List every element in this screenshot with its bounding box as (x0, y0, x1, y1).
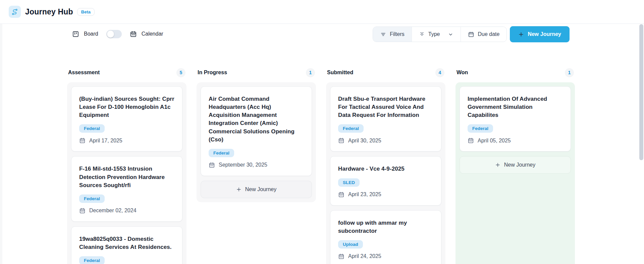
column-title: Assessment (68, 70, 100, 76)
board: Assessment5(Buy-indian) Sources Sought: … (67, 67, 575, 264)
card-title: Draft Sbu-e Transport Hardware For Tacti… (338, 95, 433, 119)
new-journey-button[interactable]: New Journey (510, 26, 570, 42)
journey-card[interactable]: follow up with ammar my subcontractorUpl… (330, 210, 441, 264)
board-icon (72, 31, 79, 38)
column-body: Draft Sbu-e Transport Hardware For Tacti… (326, 82, 445, 264)
journey-card[interactable]: (Buy-indian) Sources Sought: Cprr Lease … (71, 86, 182, 151)
column-header: In Progress1 (197, 67, 316, 78)
column-submitted: Submitted4Draft Sbu-e Transport Hardware… (326, 67, 445, 264)
calendar-icon (209, 162, 215, 168)
column-won: Won1Implementation Of Advanced Governmen… (455, 67, 575, 264)
filter-group: Filters Type (373, 27, 507, 42)
column-header: Submitted4 (326, 67, 445, 78)
card-due-date: September 30, 2025 (209, 162, 304, 168)
view-switch: Board Calendar (72, 28, 163, 40)
toolbar-actions: Filters Type (373, 26, 570, 42)
column-title: In Progress (198, 70, 227, 76)
view-toggle[interactable] (106, 30, 122, 38)
vertical-scrollbar[interactable] (639, 24, 643, 160)
card-date-text: April 17, 2025 (89, 138, 122, 144)
toolbar: Board Calendar Filters (0, 24, 644, 44)
card-type-badge: Federal (338, 124, 364, 133)
new-journey-placeholder-label: New Journey (504, 162, 535, 168)
page-title: Journey Hub (25, 7, 73, 16)
card-date-text: December 02, 2024 (89, 208, 137, 214)
card-type-badge: SLED (338, 178, 360, 187)
journey-card[interactable]: F-16 Mil-std-1553 Intrusion Detection Pr… (71, 156, 182, 221)
card-type-badge: Federal (468, 124, 493, 133)
card-title: 19wa8025q0033 - Domestic Cleaning Servic… (79, 235, 174, 251)
calendar-view-label[interactable]: Calendar (142, 31, 163, 37)
board-view-label[interactable]: Board (84, 31, 98, 37)
column-count-badge: 1 (306, 68, 315, 77)
card-title: follow up with ammar my subcontractor (338, 219, 433, 235)
calendar-icon (130, 31, 137, 38)
chevron-down-icon (448, 32, 453, 37)
calendar-icon (468, 137, 474, 144)
column-count-badge: 5 (176, 68, 185, 77)
column-title: Won (457, 70, 468, 76)
new-journey-placeholder[interactable]: New Journey (460, 156, 571, 174)
card-type-badge: Upload (338, 240, 363, 249)
card-due-date: April 17, 2025 (79, 137, 174, 144)
card-title: Hardware - Vce 4-9-2025 (338, 165, 433, 173)
filters-label: Filters (390, 31, 405, 37)
card-date-text: April 05, 2025 (478, 138, 511, 144)
journey-card[interactable]: Hardware - Vce 4-9-2025SLEDApril 23, 202… (330, 156, 441, 205)
column-body: Implementation Of Advanced Government Si… (455, 82, 575, 264)
calendar-icon (338, 191, 344, 198)
plus-icon (518, 32, 524, 37)
card-type-badge: Federal (79, 256, 105, 264)
type-filter-button[interactable]: Type (412, 27, 461, 42)
card-date-text: April 30, 2025 (348, 138, 381, 144)
card-due-date: December 02, 2024 (79, 208, 174, 214)
journey-card[interactable]: Implementation Of Advanced Government Si… (460, 86, 571, 151)
filter-lines-icon (380, 31, 386, 38)
column-count-badge: 1 (565, 68, 574, 77)
new-journey-placeholder[interactable]: New Journey (201, 181, 312, 198)
card-due-date: April 05, 2025 (468, 137, 563, 144)
card-due-date: April 30, 2025 (338, 137, 433, 144)
card-due-date: April 24, 2025 (338, 253, 433, 260)
double-chevron-down-icon (419, 31, 425, 37)
calendar-icon (468, 31, 474, 38)
calendar-icon (338, 253, 344, 260)
column-body: (Buy-indian) Sources Sought: Cprr Lease … (67, 82, 186, 264)
column-header: Assessment5 (67, 67, 186, 78)
calendar-icon (79, 208, 86, 214)
app-header: Journey Hub Beta (0, 0, 644, 24)
new-journey-button-label: New Journey (528, 31, 561, 37)
card-type-badge: Federal (209, 149, 234, 157)
card-title: Implementation Of Advanced Government Si… (468, 95, 563, 119)
due-date-label: Due date (478, 31, 499, 37)
column-assessment: Assessment5(Buy-indian) Sources Sought: … (67, 67, 186, 264)
column-body: Air Combat Command Headquarters (Acc Hq)… (197, 82, 316, 202)
calendar-icon (79, 137, 86, 144)
column-header: Won1 (455, 67, 575, 78)
card-date-text: April 24, 2025 (348, 253, 381, 259)
new-journey-placeholder-label: New Journey (245, 186, 276, 192)
journey-card[interactable]: Air Combat Command Headquarters (Acc Hq)… (201, 86, 312, 176)
card-title: (Buy-indian) Sources Sought: Cprr Lease … (79, 95, 174, 119)
column-count-badge: 4 (435, 68, 444, 77)
card-date-text: April 23, 2025 (348, 191, 381, 197)
journey-card[interactable]: Draft Sbu-e Transport Hardware For Tacti… (330, 86, 441, 151)
beta-badge: Beta (77, 8, 95, 16)
column-in-progress: In Progress1Air Combat Command Headquart… (197, 67, 316, 264)
plus-icon (495, 162, 500, 168)
type-label: Type (428, 31, 440, 37)
column-title: Submitted (327, 70, 353, 76)
due-date-button[interactable]: Due date (461, 27, 506, 42)
journey-card[interactable]: 19wa8025q0033 - Domestic Cleaning Servic… (71, 226, 182, 264)
card-title: F-16 Mil-std-1553 Intrusion Detection Pr… (79, 165, 174, 189)
plus-icon (236, 187, 241, 192)
card-due-date: April 23, 2025 (338, 191, 433, 198)
page-edge (0, 24, 2, 264)
calendar-icon (338, 137, 344, 144)
card-date-text: September 30, 2025 (219, 162, 267, 168)
toggle-knob (107, 31, 114, 38)
journey-route-icon (9, 6, 21, 18)
card-type-badge: Federal (79, 124, 105, 133)
card-type-badge: Federal (79, 194, 105, 203)
filters-button[interactable]: Filters (373, 27, 412, 42)
